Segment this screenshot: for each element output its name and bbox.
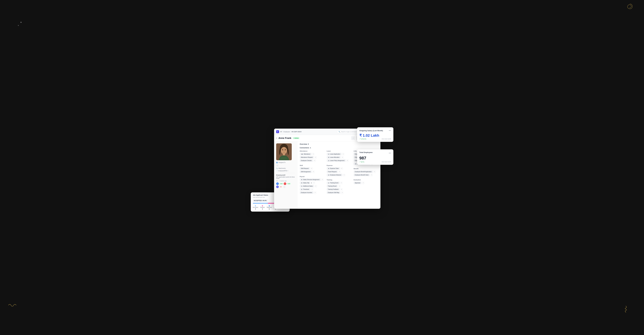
leave-policy-add-button[interactable]: + (346, 160, 349, 162)
additional-salary-tag[interactable]: 1 Additional Salary (300, 185, 314, 187)
benefit-application-tag[interactable]: Employee Benefit Application (354, 170, 373, 173)
employee-advance-tag[interactable]: 2 Employee Advance (327, 174, 342, 176)
conn-benefit-claim: Employee Benefit Claim + (354, 174, 378, 176)
employees-more-button[interactable]: ••• (389, 152, 391, 154)
shift-request-add-button[interactable]: + (310, 167, 313, 170)
employee-advance-add-button[interactable]: + (343, 174, 345, 176)
additional-salary-label: Additional Salary (303, 186, 313, 187)
benefit-application-add-button[interactable]: + (374, 170, 376, 173)
shift-request-tag[interactable]: Shift Request (300, 167, 310, 170)
add-assignee-button[interactable]: + (276, 164, 278, 166)
payroll-title: Payroll (300, 176, 324, 177)
employee-checkin-tag[interactable]: Employee Checkin (300, 159, 313, 162)
expense-claim-count: 5 (328, 168, 330, 169)
attendance-request-tag[interactable]: Attendance Request (300, 156, 314, 158)
appraisal-add-button[interactable]: + (362, 182, 364, 184)
avatar-row: A +100 B +100 (276, 182, 295, 185)
leave-allocation-add-button[interactable]: + (341, 156, 344, 158)
leave-policy-tag[interactable]: 1 Leave Policy Assignment (327, 159, 346, 162)
employee-grievance-count: 2 (355, 163, 356, 164)
attendance-add-button[interactable]: + (312, 153, 314, 155)
breadcrumb-hr[interactable]: HR (280, 131, 282, 132)
additional-salary-count: 1 (301, 186, 302, 187)
comment-meta: You · 3 weeks ago (276, 180, 295, 182)
training-event-add-button[interactable]: + (340, 182, 342, 184)
breadcrumb-employee[interactable]: Employee (284, 131, 290, 132)
additional-salary-add-button[interactable]: + (315, 185, 317, 187)
salary-structure-tag[interactable]: 5 Salary Structure Assignment (300, 178, 321, 181)
employee-incentive-add-button[interactable]: + (314, 192, 316, 194)
conn-attendance-request: Attendance Request + (300, 156, 324, 158)
timesheet-count: 2 (301, 189, 302, 190)
leave-application-add-button[interactable]: + (342, 153, 344, 155)
breadcrumb: HR › Employee › HR-EMP-00004 (280, 131, 302, 132)
breadcrumb-record: HR-EMP-00004 (292, 131, 302, 132)
salary-structure-add-button[interactable]: + (321, 178, 324, 181)
leave-allocation-tag[interactable]: 5 Leave Allocation (327, 156, 341, 158)
employee-skill-map-tag[interactable]: Employee Skill Map (327, 191, 340, 194)
attendance-request-add-button[interactable]: + (314, 156, 317, 158)
benefit-claim-tag[interactable]: Employee Benefit Claim (354, 174, 370, 176)
salary-slip-add-button[interactable]: + (313, 182, 315, 184)
appraisal-tag[interactable]: Appraisal (354, 182, 362, 184)
conn-salary-structure: 5 Salary Structure Assignment + (300, 178, 324, 181)
shift-title: Shift (300, 165, 324, 166)
chevron-down-icon: ▾ (288, 170, 288, 172)
training-feedback-tag[interactable]: Training Feedback (327, 188, 340, 190)
employees-count: 987 (360, 156, 391, 160)
legend-label-replied: Replied (260, 207, 265, 208)
travel-request-add-button[interactable]: + (338, 170, 341, 173)
training-event-tag[interactable]: 1 Training Event (327, 182, 340, 184)
attendance-tag[interactable]: 44 Attendance (300, 153, 312, 155)
expense-claim-add-button[interactable]: + (340, 167, 343, 170)
training-event-count: 1 (328, 182, 330, 184)
salary-slip-tag[interactable]: 5 Salary Slip (300, 182, 310, 184)
expense-claim-tag[interactable]: 5 Expense Claim (327, 167, 340, 170)
timesheet-add-button[interactable]: + (311, 188, 313, 190)
attendance-section: Attendance 44 Attendance + Attendance Re… (300, 150, 324, 194)
timesheet-tag[interactable]: 2 Timesheet (300, 188, 310, 190)
benefit-application-label: Employee Benefit Application (355, 171, 372, 172)
avatar-3: C (276, 186, 279, 188)
training-result-label: Training Result (328, 186, 336, 187)
attachment-item[interactable]: 📄 employeedf703 ▾ (276, 170, 295, 172)
leave-application-tag[interactable]: 1 Leave Application (327, 153, 342, 155)
salary-amount: ₹ 1.02 Lakh (360, 133, 391, 138)
employee-advance-label: Employee Advance (330, 174, 341, 176)
leave-title: Leave (327, 150, 351, 152)
record-title: Anne Frank (278, 137, 291, 140)
training-result-add-button[interactable]: + (338, 185, 340, 187)
employee-skill-map-add-button[interactable]: + (341, 192, 343, 194)
menu-icon[interactable]: ≡ (276, 137, 277, 139)
conn-additional-salary: 1 Additional Salary + (300, 185, 324, 187)
salary-slip-count: 5 (301, 182, 302, 184)
avatar-1: A (276, 182, 279, 185)
shift-assignment-tag[interactable]: Shift Assignment (300, 170, 312, 173)
employees-up-arrow: ↗ (360, 161, 360, 163)
travel-request-tag[interactable]: Travel Request (327, 170, 338, 173)
overview-header[interactable]: Overview ▾ (300, 143, 378, 145)
training-feedback-label: Training Feedback (328, 189, 338, 190)
conn-training-event: 1 Training Event + (327, 182, 351, 184)
benefit-title: Benefit (354, 168, 378, 170)
training-result-tag[interactable]: Training Result (327, 185, 338, 187)
breadcrumb-sep2: › (290, 131, 291, 132)
training-feedback-add-button[interactable]: + (340, 188, 343, 190)
legend-dot-replied (262, 205, 263, 206)
salary-more-button[interactable]: ••• (389, 130, 391, 132)
shift-assignment-add-button[interactable]: + (312, 170, 315, 173)
add-comment-button[interactable]: + (283, 186, 286, 188)
training-event-label: Training Event (330, 182, 338, 184)
nav-prev-button[interactable]: ‹ (351, 136, 355, 140)
shift-assignment-label: Shift Assignment (301, 171, 310, 172)
employee-checkin-label: Employee Checkin (301, 160, 312, 161)
scene: Job Applicant Status ⊟ ••• Last synced j… (251, 124, 394, 212)
benefit-claim-add-button[interactable]: + (370, 174, 373, 176)
conn-salary-slip: 5 Salary Slip 3 + (300, 182, 324, 184)
comment-title: Amazing work! (276, 174, 295, 176)
employee-incentive-tag[interactable]: Employee Incentive (300, 191, 314, 194)
leave-policy-label: Leave Policy Assignment (330, 160, 344, 161)
employees-change: ↗ 20 % (360, 161, 364, 163)
employee-checkin-add-button[interactable]: + (314, 160, 316, 162)
points-3: -50 (279, 186, 282, 188)
